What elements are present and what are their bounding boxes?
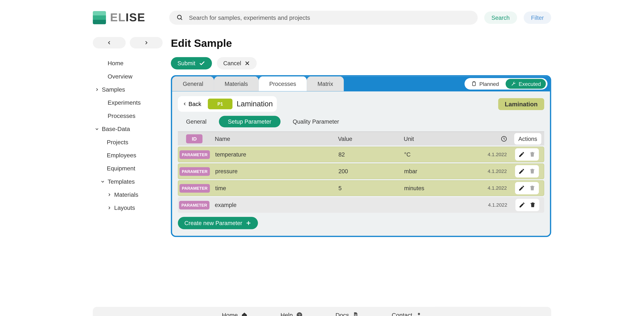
search-button[interactable]: Search xyxy=(484,12,517,24)
tab-processes[interactable]: Processes xyxy=(258,76,307,91)
sidebar-item-samples[interactable]: Samples xyxy=(93,83,171,96)
footer: Home Help ? Docs Contact xyxy=(93,307,551,316)
close-icon xyxy=(244,60,250,66)
footer-docs[interactable]: Docs xyxy=(336,312,359,316)
col-unit: Unit xyxy=(400,135,474,142)
toggle-planned[interactable]: Planned xyxy=(466,79,504,89)
create-parameter-label: Create new Parameter xyxy=(184,220,242,226)
clipboard-icon xyxy=(471,81,477,86)
footer-docs-label: Docs xyxy=(336,312,349,316)
submit-button[interactable]: Submit xyxy=(171,57,212,69)
chevron-right-icon xyxy=(107,206,112,210)
subtab-general[interactable]: General xyxy=(186,116,206,128)
nav-forward-button[interactable] xyxy=(130,37,163,48)
sidebar-item-templates[interactable]: Templates xyxy=(93,175,171,188)
sidebar-item-label: Base-Data xyxy=(102,126,130,132)
person-icon xyxy=(416,312,422,316)
subtab-quality[interactable]: Quality Parameter xyxy=(293,116,339,128)
chevron-left-icon xyxy=(183,102,187,106)
cell-name: time xyxy=(211,185,334,192)
footer-contact-label: Contact xyxy=(392,312,412,316)
help-icon: ? xyxy=(296,312,302,316)
sidebar-item-materials[interactable]: Materials xyxy=(93,188,171,201)
search-input[interactable] xyxy=(189,14,470,21)
search-bar[interactable] xyxy=(169,11,478,25)
subtab-setup[interactable]: Setup Parameter xyxy=(219,116,280,128)
delete-icon[interactable] xyxy=(529,185,535,192)
edit-icon[interactable] xyxy=(518,168,524,174)
cell-unit: °C xyxy=(400,151,474,158)
submit-label: Submit xyxy=(178,60,196,66)
cancel-button[interactable]: Cancel xyxy=(217,57,257,69)
sidebar-item-experiments[interactable]: Experiments xyxy=(93,96,171,109)
svg-line-1 xyxy=(181,18,182,20)
col-actions: Actions xyxy=(511,133,544,144)
cell-timestamp: 4.1.2022 xyxy=(474,168,511,174)
check-icon xyxy=(198,60,205,66)
create-parameter-button[interactable]: Create new Parameter xyxy=(178,217,258,229)
edit-icon[interactable] xyxy=(518,202,525,208)
sidebar-item-label: Materials xyxy=(114,192,138,198)
sidebar-item-basedata[interactable]: Base-Data xyxy=(93,122,171,136)
svg-text:?: ? xyxy=(298,313,300,316)
chevron-right-icon xyxy=(94,88,99,92)
parameter-table: ID Name Value Unit Actions PARAMETERtemp… xyxy=(178,132,544,213)
table-row: PARAMETERexample4.1.2022 xyxy=(178,197,544,213)
tab-materials[interactable]: Materials xyxy=(214,76,258,91)
sidebar-item-label: Experiments xyxy=(108,100,141,106)
sidebar-item-label: Samples xyxy=(102,86,125,93)
sidebar-item-equipment[interactable]: Equipment xyxy=(93,162,171,175)
sidebar-item-label: Employees xyxy=(107,152,136,158)
sidebar-item-overview[interactable]: Overview xyxy=(93,70,171,83)
process-type-chip: Lamination xyxy=(498,98,544,110)
footer-home[interactable]: Home xyxy=(222,312,248,316)
nav-back-button[interactable] xyxy=(93,37,126,48)
filter-button[interactable]: Filter xyxy=(524,12,551,24)
sidebar-item-home[interactable]: Home xyxy=(93,57,171,70)
cell-name: temperature xyxy=(211,151,334,158)
sidebar-item-label: Templates xyxy=(108,178,135,185)
sidebar-item-employees[interactable]: Employees xyxy=(93,149,171,162)
process-header: Back P1 Lamination xyxy=(178,96,277,112)
delete-icon[interactable] xyxy=(529,168,535,174)
home-icon xyxy=(241,312,248,316)
cell-name: pressure xyxy=(211,168,334,174)
sidebar-item-projects[interactable]: Projects xyxy=(93,136,171,148)
cell-value: 5 xyxy=(334,185,400,192)
cell-unit: minutes xyxy=(400,185,474,192)
cell-timestamp: 4.1.2022 xyxy=(474,152,511,157)
process-title: Lamination xyxy=(237,100,273,108)
col-timestamp xyxy=(474,135,511,142)
col-value: Value xyxy=(334,135,400,142)
col-id: ID xyxy=(186,134,202,143)
sidebar-item-label: Home xyxy=(108,60,124,66)
sidebar-item-label: Projects xyxy=(107,139,128,146)
svg-point-14 xyxy=(418,313,420,315)
wrench-icon xyxy=(510,81,516,86)
plus-icon xyxy=(246,220,251,226)
logo-part2: ISE xyxy=(126,11,146,24)
tabstrip: General Materials Processes Matrix Plann… xyxy=(172,76,550,91)
tab-general[interactable]: General xyxy=(172,76,214,91)
sidebar-item-label: Layouts xyxy=(114,205,135,211)
svg-rect-11 xyxy=(354,314,357,315)
cancel-label: Cancel xyxy=(223,60,241,66)
logo-icon xyxy=(93,11,106,24)
cell-value: 82 xyxy=(334,151,400,158)
delete-icon[interactable] xyxy=(529,202,536,208)
sidebar-item-layouts[interactable]: Layouts xyxy=(93,201,171,214)
footer-contact[interactable]: Contact xyxy=(392,312,422,316)
toggle-planned-label: Planned xyxy=(479,81,499,87)
edit-icon[interactable] xyxy=(518,185,524,192)
toggle-executed[interactable]: Executed xyxy=(506,79,546,89)
sidebar-item-processes[interactable]: Processes xyxy=(93,109,171,122)
footer-help[interactable]: Help ? xyxy=(280,312,302,316)
process-id-badge: P1 xyxy=(208,98,232,109)
tab-matrix[interactable]: Matrix xyxy=(307,76,344,91)
logo-part1: EL xyxy=(110,11,126,24)
delete-icon[interactable] xyxy=(529,151,535,158)
edit-icon[interactable] xyxy=(518,151,524,158)
logo: ELISE xyxy=(93,11,162,24)
back-button[interactable]: Back xyxy=(180,101,204,107)
document-icon xyxy=(352,312,359,316)
